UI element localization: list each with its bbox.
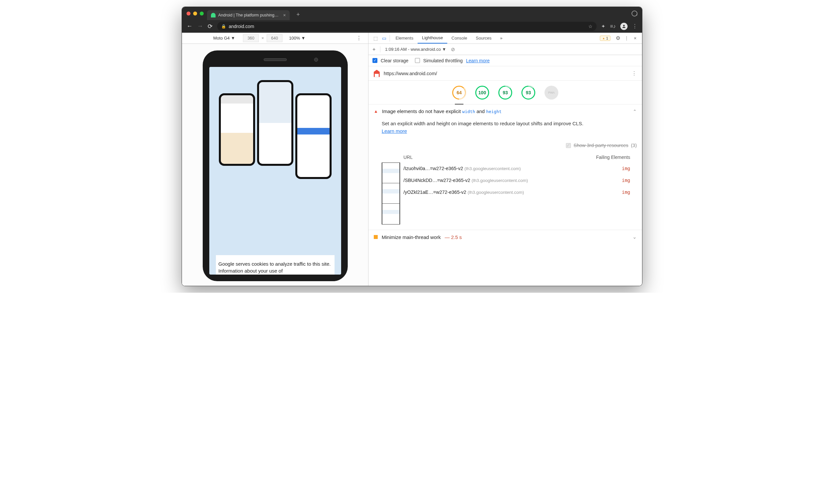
tab-elements[interactable]: Elements (391, 33, 418, 43)
report-menu-icon[interactable]: ⋮ (631, 70, 637, 77)
fail-icon: ▲ (374, 109, 378, 114)
phone-screen[interactable]: Google serves cookies to analyze traffic… (209, 67, 341, 275)
new-report-button[interactable]: + (373, 46, 376, 53)
clear-storage-checkbox[interactable]: ✓ (373, 58, 378, 63)
tab-title: Android | The platform pushing… (218, 13, 279, 17)
svg-point-0 (623, 25, 625, 26)
tab-more[interactable]: » (496, 33, 507, 43)
col-failing: Failing Elements (581, 155, 630, 160)
table-row[interactable]: /yOZkl21aE…=w272-e365-v2 (lh3.googleuser… (403, 186, 630, 198)
throttling-checkbox[interactable] (415, 58, 420, 63)
back-button[interactable]: ← (187, 23, 193, 30)
throttling-label: Simulated throttling (423, 58, 463, 63)
profile-avatar[interactable] (620, 23, 628, 30)
tab-search-icon[interactable]: ▾ (631, 11, 637, 16)
audited-url: https://www.android.com/ (384, 71, 437, 76)
star-icon[interactable]: ☆ (588, 24, 593, 29)
collapse-icon: ⌃ (633, 109, 637, 114)
reading-list-icon[interactable]: ≡♪ (610, 23, 616, 29)
clear-storage-label: Clear storage (381, 58, 408, 63)
devtools-tabs: ⬚ ▭ Elements Lighthouse Console Sources … (369, 33, 642, 44)
clear-icon[interactable]: ⊘ (451, 46, 455, 53)
toolbar-right: ✦ ≡♪ ⋮ (601, 23, 637, 30)
devtools-menu-icon[interactable]: ⋮ (622, 35, 631, 41)
device-selector[interactable]: Moto G4 ▼ (213, 35, 235, 40)
maximize-window-button[interactable] (200, 11, 204, 15)
audit-header[interactable]: Minimize main-thread work — 2.5 s ⌄ (369, 230, 642, 244)
table-row[interactable]: /Izuohvi0a…=w272-e365-v2 (lh3.googleuser… (403, 163, 630, 174)
hero-phone-2 (257, 80, 293, 166)
lock-icon: 🔒 (221, 24, 226, 29)
lighthouse-icon (374, 70, 380, 77)
hero-phone-3 (295, 93, 332, 179)
close-tab-icon[interactable]: × (283, 12, 286, 18)
window-controls (187, 11, 204, 15)
audit-header[interactable]: ▲ Image elements do not have explicit wi… (369, 104, 642, 118)
menu-icon[interactable]: ⋮ (632, 23, 637, 29)
phone-speaker (264, 58, 287, 61)
tab-lighthouse[interactable]: Lighthouse (418, 33, 447, 43)
width-input[interactable]: 360 (243, 34, 259, 42)
height-input[interactable]: 640 (267, 34, 283, 42)
third-party-label: Show 3rd-party resources (574, 143, 628, 148)
audit-main-thread: Minimize main-thread work — 2.5 s ⌄ (369, 230, 642, 244)
tab-sources[interactable]: Sources (472, 33, 496, 43)
tab-console[interactable]: Console (447, 33, 472, 43)
phone-frame: Google serves cookies to analyze traffic… (203, 51, 348, 281)
audit-image-dimensions: ▲ Image elements do not have explicit wi… (369, 104, 642, 230)
close-window-button[interactable] (187, 11, 191, 15)
third-party-count: (3) (631, 143, 637, 148)
warning-badge[interactable]: 1 (600, 35, 610, 41)
lighthouse-url-row: https://www.android.com/ ⋮ (369, 66, 642, 81)
close-devtools-icon[interactable]: × (631, 35, 639, 41)
score-gauges: 64 100 93 93 PWA (369, 81, 642, 104)
hero-phone-1 (219, 93, 255, 166)
expand-icon: ⌄ (632, 234, 637, 240)
device-menu-icon[interactable]: ⋮ (356, 35, 362, 41)
minimize-window-button[interactable] (193, 11, 197, 15)
device-emulation-pane: Moto G4 ▼ 360 × 640 100% ▼ ⋮ Google serv… (182, 33, 369, 286)
audit-learn-more[interactable]: Learn more (382, 128, 407, 134)
col-url: URL (403, 155, 581, 160)
device-toggle-icon[interactable]: ▭ (380, 35, 388, 41)
thumbnail-strip (382, 163, 400, 224)
warn-icon (374, 235, 378, 239)
new-tab-button[interactable]: + (296, 11, 300, 18)
browser-tab[interactable]: Android | The platform pushing… × (207, 10, 290, 20)
options-learn-more[interactable]: Learn more (466, 58, 490, 63)
score-performance[interactable]: 64 (452, 86, 466, 100)
extensions-icon[interactable]: ✦ (601, 23, 606, 29)
lighthouse-options: ✓ Clear storage Simulated throttling Lea… (369, 55, 642, 66)
audit-description: Set an explicit width and height on imag… (369, 118, 642, 140)
zoom-selector[interactable]: 100% ▼ (289, 35, 306, 40)
settings-icon[interactable]: ⚙ (614, 35, 622, 41)
lighthouse-subbar: + 1:09:16 AM - www.android.co ▼ ⊘ (369, 44, 642, 55)
emulated-viewport: Google serves cookies to analyze traffic… (182, 44, 368, 286)
report-selector[interactable]: 1:09:16 AM - www.android.co ▼ (385, 47, 446, 52)
score-best-practices[interactable]: 93 (498, 86, 512, 100)
cookie-banner: Google serves cookies to analyze traffic… (216, 255, 334, 275)
table-row[interactable]: /SBU4NckDD…=w272-e365-v2 (lh3.googleuser… (403, 174, 630, 186)
browser-window: Android | The platform pushing… × + ▾ ← … (182, 7, 642, 286)
audit-value: — 2.5 s (445, 234, 462, 240)
score-seo[interactable]: 93 (521, 86, 535, 100)
score-accessibility[interactable]: 100 (475, 86, 489, 100)
android-icon (211, 13, 216, 17)
inspect-icon[interactable]: ⬚ (371, 35, 380, 41)
reload-button[interactable]: ⟳ (208, 23, 213, 30)
third-party-toggle: ✓ Show 3rd-party resources (3) (369, 140, 642, 152)
url-input[interactable]: 🔒 android.com ☆ (217, 22, 597, 31)
third-party-checkbox: ✓ (566, 143, 571, 148)
phone-camera (314, 58, 318, 62)
devtools-pane: ⬚ ▭ Elements Lighthouse Console Sources … (369, 33, 642, 286)
audit-table: URL Failing Elements /Izuohvi0a…=w272-e3… (369, 152, 642, 230)
score-pwa[interactable]: PWA (544, 86, 558, 100)
address-bar: ← → ⟳ 🔒 android.com ☆ ✦ ≡♪ ⋮ (182, 20, 642, 33)
audit-title: Minimize main-thread work (382, 234, 441, 240)
url-text: android.com (229, 24, 254, 29)
forward-button[interactable]: → (197, 23, 203, 30)
window-titlebar: Android | The platform pushing… × + ▾ (182, 7, 642, 20)
device-toolbar: Moto G4 ▼ 360 × 640 100% ▼ ⋮ (182, 33, 368, 44)
audit-title: Image elements do not have explicit widt… (382, 108, 629, 114)
